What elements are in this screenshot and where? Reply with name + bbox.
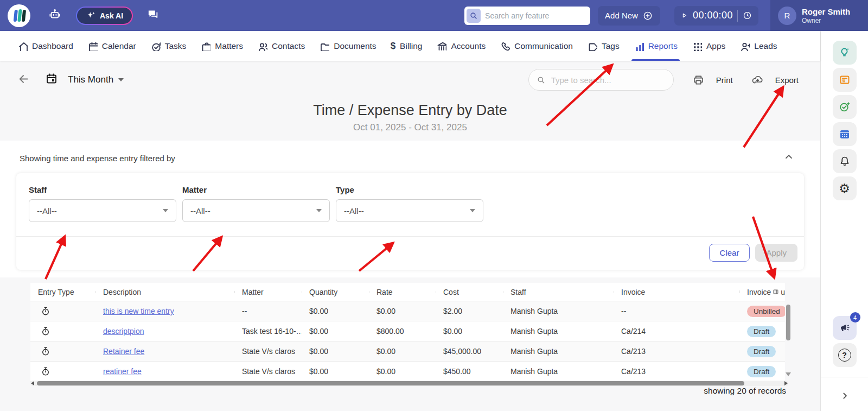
nav-accounts[interactable]: Accounts	[436, 31, 486, 61]
horizontal-scrollbar[interactable]	[30, 381, 788, 386]
scroll-down-arrow[interactable]	[786, 372, 791, 376]
report-search-input[interactable]	[551, 75, 666, 85]
nav-tasks[interactable]: Tasks	[150, 31, 187, 61]
matter-select[interactable]: --All--	[182, 199, 330, 222]
robot-icon[interactable]	[48, 8, 62, 24]
notes-button[interactable]	[833, 68, 857, 92]
chevron-down-icon	[118, 78, 124, 81]
horizontal-scrollbar-thumb[interactable]	[37, 381, 744, 385]
bell-icon	[838, 155, 851, 168]
calendar-button[interactable]	[833, 122, 857, 146]
staff-cell: Manish Gupta	[503, 367, 614, 376]
columns-icon[interactable]	[773, 287, 779, 296]
col-invoice-status[interactable]: Invoice u	[739, 287, 785, 296]
global-search-input[interactable]	[485, 11, 588, 20]
nav-reports[interactable]: Reports	[634, 31, 678, 61]
nav-label: Calendar	[102, 41, 136, 51]
report-toolbar: This Month Print Export	[0, 61, 820, 94]
rate-cell: $0.00	[369, 367, 436, 376]
export-button[interactable]: Export	[751, 74, 799, 86]
quantity-cell: $0.00	[302, 327, 369, 336]
nav-billing[interactable]: $Billing	[391, 31, 423, 61]
col-description[interactable]: Description	[95, 288, 234, 296]
invoice-cell: --	[614, 307, 739, 315]
entry-link[interactable]: this is new time entry	[103, 307, 174, 315]
nav-calendar[interactable]: Calendar	[87, 31, 136, 61]
nav-dashboard[interactable]: Dashboard	[17, 31, 73, 61]
report-content: This Month Print Export	[0, 61, 820, 411]
nav-label: Apps	[706, 41, 725, 51]
entry-link[interactable]: Retainer fee	[103, 347, 144, 356]
person-add-icon	[739, 41, 750, 51]
ask-ai-button[interactable]: Ask AI	[76, 7, 133, 25]
col-cost[interactable]: Cost	[436, 288, 503, 296]
stopwatch-icon	[40, 326, 51, 337]
col-invoice[interactable]: Invoice	[614, 288, 739, 296]
nav-label: Tags	[602, 41, 620, 51]
staff-select[interactable]: --All--	[29, 199, 176, 222]
scroll-left-arrow[interactable]	[31, 381, 34, 385]
clock-icon[interactable]	[742, 10, 752, 21]
selected-value: --All--	[190, 206, 210, 216]
add-task-button[interactable]	[833, 95, 857, 119]
export-label: Export	[775, 75, 799, 85]
announcements-button[interactable]: 4	[833, 316, 857, 340]
divider	[821, 377, 868, 377]
filter-group-type: Type --All--	[336, 185, 483, 222]
nav-contacts[interactable]: Contacts	[257, 31, 305, 61]
chevron-down-icon	[470, 209, 475, 212]
help-button[interactable]: ?	[833, 343, 857, 367]
search-icon	[537, 75, 546, 85]
nav-apps[interactable]: Apps	[692, 31, 725, 61]
timer-widget[interactable]: 00:00:00	[674, 6, 758, 26]
col-quantity[interactable]: Quantity	[302, 288, 369, 296]
dollar-icon: $	[391, 41, 395, 52]
selected-value: --All--	[344, 206, 364, 216]
chat-icon[interactable]	[146, 8, 160, 24]
filter-panel: Showing time and expense entry filtered …	[0, 141, 820, 277]
notification-count-badge: 4	[850, 312, 860, 323]
type-select[interactable]: --All--	[336, 199, 483, 222]
user-menu[interactable]: R Roger Smith Owner	[770, 0, 868, 31]
apply-button[interactable]: Apply	[755, 244, 797, 262]
date-range-filter[interactable]: This Month	[30, 72, 124, 87]
nav-leads[interactable]: Leads	[739, 31, 777, 61]
print-button[interactable]: Print	[692, 74, 733, 86]
app-logo-icon[interactable]	[8, 4, 30, 27]
cost-cell: $45,000.00	[436, 347, 503, 356]
add-new-button[interactable]: Add New	[598, 6, 660, 26]
col-staff[interactable]: Staff	[503, 288, 614, 296]
col-matter[interactable]: Matter	[234, 288, 302, 296]
nav-documents[interactable]: Documents	[319, 31, 376, 61]
col-rate[interactable]: Rate	[369, 288, 436, 296]
entry-link[interactable]: descriptpion	[103, 327, 144, 336]
entry-link[interactable]: reatiner fee	[103, 367, 142, 376]
cost-cell: $0.00	[436, 327, 503, 336]
status-badge: Draft	[747, 366, 776, 377]
quantity-cell: $0.00	[302, 307, 369, 315]
play-icon[interactable]	[680, 11, 688, 20]
clear-button[interactable]: Clear	[709, 244, 750, 262]
nav-tags[interactable]: Tags	[587, 31, 620, 61]
scroll-right-arrow[interactable]	[784, 381, 788, 385]
collapse-sidebar-button[interactable]	[821, 381, 868, 411]
col-entry-type[interactable]: Entry Type	[30, 288, 95, 296]
briefcase-icon	[200, 41, 210, 51]
notifications-button[interactable]	[833, 149, 857, 173]
nav-communication[interactable]: Communication	[500, 31, 573, 61]
nav-label: Dashboard	[32, 41, 73, 51]
report-date-range: Oct 01, 2025 - Oct 31, 2025	[0, 122, 820, 133]
sparkle-icon	[86, 10, 96, 21]
nav-matters[interactable]: Matters	[200, 31, 243, 61]
status-badge: Draft	[747, 346, 776, 357]
matter-cell: State V/s claros	[234, 347, 302, 356]
vertical-scrollbar[interactable]	[786, 305, 790, 340]
nav-label: Reports	[648, 41, 678, 51]
back-arrow-icon[interactable]	[17, 73, 30, 87]
results-table: Entry Type Description Matter Quantity R…	[0, 283, 820, 408]
chevron-right-icon	[839, 390, 850, 401]
suggestions-button[interactable]	[833, 41, 857, 65]
settings-button[interactable]: ⚙	[833, 176, 857, 200]
chevron-up-icon[interactable]	[783, 151, 794, 165]
filter-label: Matter	[182, 185, 330, 194]
